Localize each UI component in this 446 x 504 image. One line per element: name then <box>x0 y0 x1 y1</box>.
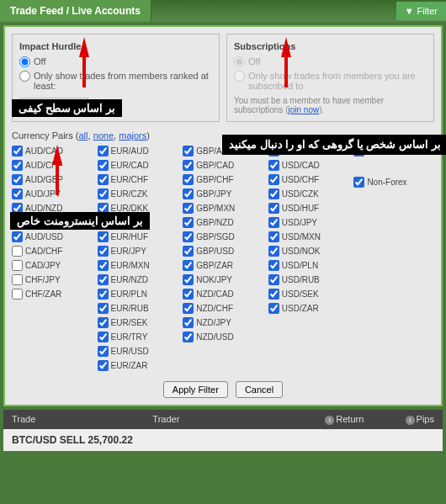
pair-nok-jpy[interactable]: NOK/JPY <box>183 273 263 287</box>
pair-zar-jpy[interactable]: ZAR/JPY <box>353 144 434 158</box>
subs-title: Subscriptions <box>234 41 427 51</box>
pair-eur-rub[interactable]: EUR/RUB <box>98 301 178 316</box>
pair-gbp-jpy[interactable]: GBP/JPY <box>183 187 263 201</box>
pair-gbp-aud[interactable]: GBP/AUD <box>183 144 263 158</box>
pair-gbp-zar[interactable]: GBP/ZAR <box>183 258 263 273</box>
tab-trade-feed[interactable]: Trade Feed / Live Accounts <box>0 0 151 22</box>
pair-eur-usd[interactable]: EUR/USD <box>98 344 178 358</box>
table-row[interactable]: BTC/USD SELL 25,700.22 <box>3 429 443 451</box>
col-return[interactable]: iReturn <box>294 414 364 425</box>
non-forex-checkbox[interactable]: Non-Forex <box>353 175 434 189</box>
pair-aud-sgd[interactable]: AUD/SGD <box>12 215 93 230</box>
pair-aud-nzd[interactable]: AUD/NZD <box>12 201 93 215</box>
pair-gbp-cad[interactable]: GBP/CAD <box>183 158 263 172</box>
pair-eur-pln[interactable]: EUR/PLN <box>98 287 178 301</box>
pair-usd-pln[interactable]: USD/PLN <box>268 258 349 273</box>
pair-nzd-jpy[interactable]: NZD/JPY <box>183 316 263 330</box>
pairs-majors-link[interactable]: majors <box>119 130 146 141</box>
pair-nzd-usd[interactable]: NZD/USD <box>183 330 263 344</box>
pair-usd-czk[interactable]: USD/CZK <box>268 187 349 201</box>
pair-gbp-mxn[interactable]: GBP/MXN <box>183 201 263 215</box>
pair-aud-gbp[interactable]: AUD/GBP <box>12 172 93 187</box>
pairs-columns: AUD/CADAUD/CHFAUD/GBPAUD/JPYAUD/NZDAUD/S… <box>12 144 434 373</box>
pair-usd-zar[interactable]: USD/ZAR <box>268 301 349 316</box>
pairs-header: Currency Pairs (all, none, majors) <box>12 130 434 141</box>
col-pips[interactable]: iPips <box>364 414 434 425</box>
pair-cad-jpy[interactable]: CAD/JPY <box>12 258 93 273</box>
pair-sgd-jpy[interactable]: SGD/JPY <box>268 144 349 158</box>
pair-eur-try[interactable]: EUR/TRY <box>98 330 178 344</box>
pair-usd-jpy[interactable]: USD/JPY <box>268 215 349 230</box>
pair-nzd-chf[interactable]: NZD/CHF <box>183 301 263 316</box>
subs-only-radio: Only show trades from members you are su… <box>234 71 427 91</box>
impact-title: Impact Hurdle <box>19 41 212 51</box>
pair-gbp-usd[interactable]: GBP/USD <box>183 244 263 258</box>
pair-eur-sek[interactable]: EUR/SEK <box>98 316 178 330</box>
pair-eur-chf[interactable]: EUR/CHF <box>98 172 178 187</box>
pair-gbp-nzd[interactable]: GBP/NZD <box>183 215 263 230</box>
pair-eur-cad[interactable]: EUR/CAD <box>98 158 178 172</box>
pair-chf-jpy[interactable]: CHF/JPY <box>12 273 93 287</box>
pair-gbp-sgd[interactable]: GBP/SGD <box>183 230 263 244</box>
apply-filter-button[interactable]: Apply Filter <box>163 381 228 398</box>
pair-eur-zar[interactable]: EUR/ZAR <box>98 358 178 373</box>
filter-button[interactable]: ▼ Filter <box>396 2 446 20</box>
pair-eur-huf[interactable]: EUR/HUF <box>98 230 178 244</box>
impact-only-radio[interactable]: Only show trades from members ranked at … <box>19 71 212 91</box>
pair-usd-mxn[interactable]: USD/MXN <box>268 230 349 244</box>
pair-aud-jpy[interactable]: AUD/JPY <box>12 187 93 201</box>
table-header: Trade Trader iReturn iPips <box>3 410 443 429</box>
pair-eur-mxn[interactable]: EUR/MXN <box>98 258 178 273</box>
pair-usd-huf[interactable]: USD/HUF <box>268 201 349 215</box>
pair-eur-dkk[interactable]: EUR/DKK <box>98 201 178 215</box>
subs-off-radio: Off <box>234 56 427 67</box>
pair-eur-czk[interactable]: EUR/CZK <box>98 187 178 201</box>
pair-usd-sek[interactable]: USD/SEK <box>268 287 349 301</box>
pair-eur-aud[interactable]: EUR/AUD <box>98 144 178 158</box>
col-trader[interactable]: Trader <box>152 414 293 425</box>
join-now-link[interactable]: join now <box>288 105 319 114</box>
pair-eur-nzd[interactable]: EUR/NZD <box>98 273 178 287</box>
impact-hurdle-box: Impact Hurdle Off Only show trades from … <box>12 34 220 122</box>
impact-off-radio[interactable]: Off <box>19 56 212 67</box>
subs-note: You must be a member to have member subs… <box>234 96 427 114</box>
subscriptions-box: Subscriptions Off Only show trades from … <box>226 34 434 122</box>
pair-usd-chf[interactable]: USD/CHF <box>268 172 349 187</box>
pair-eur-jpy[interactable]: EUR/JPY <box>98 244 178 258</box>
pair-aud-cad[interactable]: AUD/CAD <box>12 144 93 158</box>
filter-panel: Impact Hurdle Off Only show trades from … <box>3 25 443 406</box>
pair-aud-usd[interactable]: AUD/USD <box>12 230 93 244</box>
cancel-button[interactable]: Cancel <box>236 381 283 398</box>
pairs-all-link[interactable]: all <box>78 130 88 141</box>
pair-eur-gbp[interactable]: EUR/GBP <box>98 215 178 230</box>
pair-chf-zar[interactable]: CHF/ZAR <box>12 287 93 301</box>
pair-gbp-chf[interactable]: GBP/CHF <box>183 172 263 187</box>
pair-usd-rub[interactable]: USD/RUB <box>268 273 349 287</box>
pair-usd-nok[interactable]: USD/NOK <box>268 244 349 258</box>
pair-cad-chf[interactable]: CAD/CHF <box>12 244 93 258</box>
pair-usd-cad[interactable]: USD/CAD <box>268 158 349 172</box>
pair-aud-chf[interactable]: AUD/CHF <box>12 158 93 172</box>
pairs-none-link[interactable]: none <box>93 130 114 141</box>
funnel-icon: ▼ <box>405 6 414 16</box>
col-trade[interactable]: Trade <box>12 414 152 425</box>
header-bar: Trade Feed / Live Accounts ▼ Filter <box>0 0 446 22</box>
pair-nzd-cad[interactable]: NZD/CAD <box>183 287 263 301</box>
impact-level-select: Low Impact <box>19 98 88 114</box>
